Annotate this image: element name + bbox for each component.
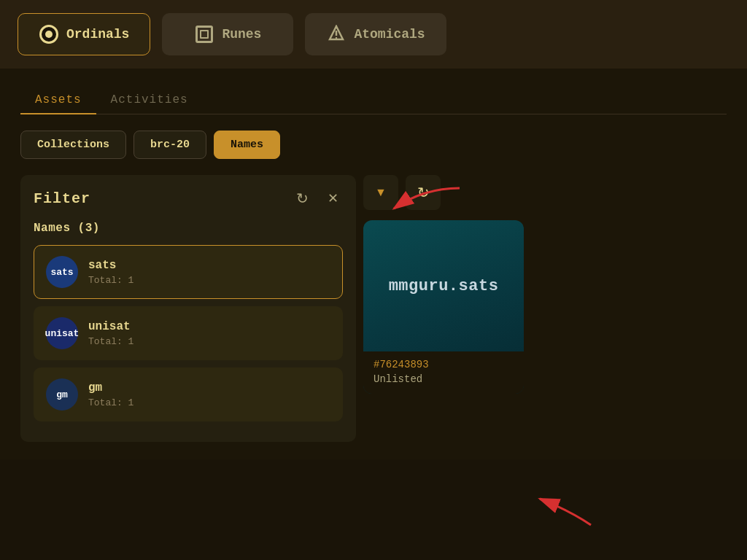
nft-status: Unlisted <box>374 373 514 389</box>
main-content: Assets Activities Collections brc-20 Nam… <box>0 69 747 459</box>
atomicals-icon <box>326 24 347 44</box>
ordinals-icon <box>39 24 59 44</box>
refresh-view-icon: ↻ <box>417 184 430 201</box>
filter-close-btn[interactable]: ✕ <box>322 188 343 209</box>
runes-btn[interactable]: Runes <box>162 13 293 55</box>
right-panel: ▼ ↻ mmguru.sats #76243893 Unlisted <box>363 175 727 394</box>
names-count: Names (3) <box>34 222 343 235</box>
refresh-icon: ↻ <box>296 190 309 207</box>
avatar-gm: gm <box>46 378 78 411</box>
protocol-bar: Ordinals Runes Atomicals <box>0 0 747 69</box>
atomicals-label: Atomicals <box>354 27 425 42</box>
name-total-sats: Total: 1 <box>88 275 133 286</box>
runes-label: Runes <box>222 27 261 42</box>
tab-assets[interactable]: Assets <box>20 86 96 114</box>
tab-activities[interactable]: Activities <box>96 86 203 114</box>
ordinals-btn[interactable]: Ordinals <box>18 13 150 55</box>
action-buttons: ▼ ↻ <box>363 175 727 210</box>
filter-header: Filter ↻ ✕ <box>34 188 343 209</box>
nft-card-body: mmguru.sats <box>363 220 524 351</box>
nft-card-container: mmguru.sats #76243893 Unlisted <box>363 220 727 394</box>
name-total-gm: Total: 1 <box>88 397 133 408</box>
subtab-names[interactable]: Names <box>214 131 280 159</box>
name-total-unisat: Total: 1 <box>88 336 133 347</box>
nft-id: #76243893 <box>374 359 514 370</box>
filter-row: Filter ↻ ✕ Names (3) sats sats <box>20 175 727 442</box>
nft-card-footer: #76243893 Unlisted <box>363 351 524 394</box>
atomicals-btn[interactable]: Atomicals <box>305 13 446 55</box>
refresh-view-btn[interactable]: ↻ <box>406 175 441 210</box>
name-info-sats: sats Total: 1 <box>88 259 133 286</box>
nft-card[interactable]: mmguru.sats #76243893 Unlisted <box>363 220 524 394</box>
subtab-collections[interactable]: Collections <box>20 131 126 159</box>
filter-actions: ↻ ✕ <box>292 188 343 209</box>
name-info-unisat: unisat Total: 1 <box>88 320 133 347</box>
ordinals-label: Ordinals <box>66 27 129 42</box>
filter-view-btn[interactable]: ▼ <box>363 175 398 210</box>
filter-refresh-btn[interactable]: ↻ <box>292 188 312 209</box>
nft-name: mmguru.sats <box>389 277 499 295</box>
name-item-sats[interactable]: sats sats Total: 1 <box>34 245 343 299</box>
name-info-gm: gm Total: 1 <box>88 381 133 408</box>
arrow-unlisted-annotation <box>511 489 598 532</box>
name-label-unisat: unisat <box>88 320 133 333</box>
name-item-gm[interactable]: gm gm Total: 1 <box>34 368 343 421</box>
subtab-row: Collections brc-20 Names <box>20 131 727 159</box>
main-tabs: Assets Activities <box>20 86 727 114</box>
avatar-unisat: unisat <box>46 317 78 349</box>
name-item-unisat[interactable]: unisat unisat Total: 1 <box>34 306 343 360</box>
subtab-brc20[interactable]: brc-20 <box>133 131 206 159</box>
name-label-sats: sats <box>88 259 133 272</box>
avatar-sats: sats <box>46 256 78 288</box>
filter-title: Filter <box>34 190 90 207</box>
filter-panel: Filter ↻ ✕ Names (3) sats sats <box>20 175 356 442</box>
runes-icon <box>194 24 214 44</box>
name-label-gm: gm <box>88 381 133 394</box>
funnel-icon: ▼ <box>375 186 387 199</box>
close-icon: ✕ <box>328 190 338 206</box>
svg-point-2 <box>336 37 337 39</box>
